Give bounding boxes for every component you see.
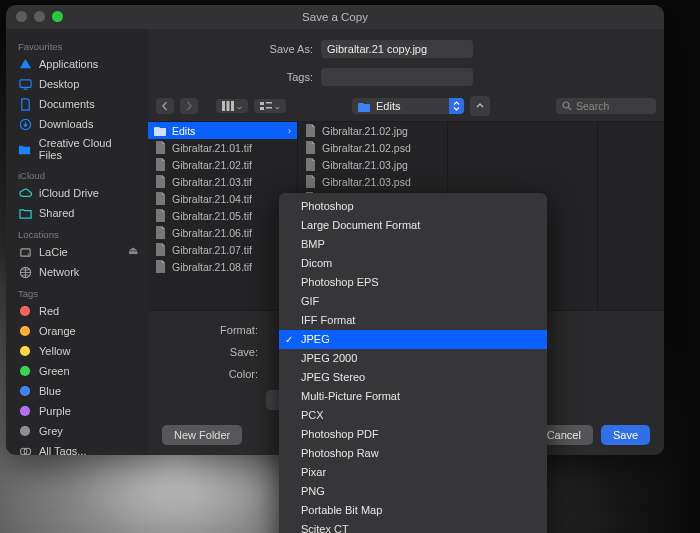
sidebar-section-header: Locations: [6, 223, 148, 242]
path-popup[interactable]: Edits: [352, 98, 464, 114]
sidebar-item[interactable]: Purple: [6, 401, 148, 421]
format-menu-item[interactable]: JPEG Stereo: [279, 368, 547, 387]
file-row[interactable]: Gibraltar.21.02.jpg: [298, 122, 447, 139]
sidebar-item[interactable]: Desktop: [6, 74, 148, 94]
format-menu-item[interactable]: BMP: [279, 235, 547, 254]
format-menu-item[interactable]: Scitex CT: [279, 520, 547, 533]
sidebar-item[interactable]: iCloud Drive: [6, 183, 148, 203]
format-menu-item[interactable]: IFF Format: [279, 311, 547, 330]
format-menu-item[interactable]: PCX: [279, 406, 547, 425]
forward-button[interactable]: [180, 98, 198, 114]
svg-rect-2: [20, 248, 29, 255]
format-menu-item[interactable]: Portable Bit Map: [279, 501, 547, 520]
sidebar-item[interactable]: Network: [6, 262, 148, 282]
folder-icon: [18, 142, 32, 156]
tag-color-dot: [18, 424, 32, 438]
format-menu-item[interactable]: GIF: [279, 292, 547, 311]
group-button[interactable]: ⌵: [254, 99, 286, 113]
file-icon: [154, 175, 167, 188]
save-button[interactable]: Save: [601, 425, 650, 445]
view-mode-button[interactable]: ⌵: [216, 99, 248, 113]
sidebar-item-label: Red: [39, 305, 59, 317]
sidebar-item[interactable]: Downloads: [6, 114, 148, 134]
search-field[interactable]: Search: [556, 98, 656, 114]
sidebar-item[interactable]: Orange: [6, 321, 148, 341]
sidebar-item[interactable]: All Tags...: [6, 441, 148, 455]
file-row[interactable]: Gibraltar.21.05.tif: [148, 207, 297, 224]
format-menu-item[interactable]: Pixar: [279, 463, 547, 482]
save-as-input[interactable]: [321, 40, 473, 58]
eject-icon[interactable]: ⏏: [128, 244, 138, 257]
sidebar-item-label: Desktop: [39, 78, 79, 90]
format-menu-item[interactable]: Photoshop EPS: [279, 273, 547, 292]
menu-item-label: GIF: [301, 295, 319, 307]
tag-color-dot: [18, 384, 32, 398]
svg-rect-11: [260, 107, 264, 110]
menu-item-label: Photoshop PDF: [301, 428, 379, 440]
sidebar-item-label: Orange: [39, 325, 76, 337]
format-menu-item[interactable]: JPEG 2000: [279, 349, 547, 368]
color-options-label: Color:: [158, 368, 258, 380]
file-row[interactable]: Gibraltar.21.08.tif: [148, 258, 297, 275]
file-row[interactable]: Gibraltar.21.02.psd: [298, 139, 447, 156]
close-window-button[interactable]: [16, 11, 27, 22]
minimize-window-button[interactable]: [34, 11, 45, 22]
menu-item-label: JPEG 2000: [301, 352, 357, 364]
up-folder-button[interactable]: [470, 96, 490, 116]
sidebar-item[interactable]: Grey: [6, 421, 148, 441]
format-menu-item[interactable]: Large Document Format: [279, 216, 547, 235]
file-row[interactable]: Gibraltar.21.01.tif: [148, 139, 297, 156]
svg-rect-7: [222, 101, 225, 111]
back-button[interactable]: [156, 98, 174, 114]
file-row[interactable]: Edits›: [148, 122, 297, 139]
desktop-icon: [18, 77, 32, 91]
sidebar-item[interactable]: Applications: [6, 54, 148, 74]
tag-color-dot: [18, 344, 32, 358]
sidebar-item[interactable]: Yellow: [6, 341, 148, 361]
sidebar-item[interactable]: Red: [6, 301, 148, 321]
new-folder-button[interactable]: New Folder: [162, 425, 242, 445]
file-row[interactable]: Gibraltar.21.04.tif: [148, 190, 297, 207]
file-name: Gibraltar.21.06.tif: [172, 227, 252, 239]
file-name: Edits: [172, 125, 195, 137]
tag-color-dot: [18, 324, 32, 338]
column-1: Edits›Gibraltar.21.01.tifGibraltar.21.02…: [148, 122, 298, 310]
menu-item-label: Dicom: [301, 257, 332, 269]
svg-rect-8: [227, 101, 230, 111]
checkmark-icon: ✓: [285, 332, 293, 347]
sidebar-item[interactable]: Shared: [6, 203, 148, 223]
sidebar-item[interactable]: Documents: [6, 94, 148, 114]
format-menu-item[interactable]: Photoshop: [279, 197, 547, 216]
file-name: Gibraltar.21.02.tif: [172, 159, 252, 171]
sidebar-item[interactable]: Green: [6, 361, 148, 381]
file-row[interactable]: Gibraltar.21.03.psd: [298, 173, 447, 190]
format-menu-item[interactable]: ✓JPEG: [279, 330, 547, 349]
file-row[interactable]: Gibraltar.21.03.jpg: [298, 156, 447, 173]
format-menu-item[interactable]: PNG: [279, 482, 547, 501]
file-row[interactable]: Gibraltar.21.06.tif: [148, 224, 297, 241]
file-row[interactable]: Gibraltar.21.07.tif: [148, 241, 297, 258]
file-row[interactable]: Gibraltar.21.02.tif: [148, 156, 297, 173]
format-dropdown-menu: PhotoshopLarge Document FormatBMPDicomPh…: [279, 193, 547, 533]
up-down-stepper-icon: [449, 98, 464, 114]
format-menu-item[interactable]: Multi-Picture Format: [279, 387, 547, 406]
file-icon: [304, 175, 317, 188]
sidebar-item[interactable]: Creative Cloud Files: [6, 134, 148, 164]
save-as-label: Save As:: [148, 43, 313, 55]
file-icon: [304, 124, 317, 137]
path-label: Edits: [376, 100, 400, 112]
sidebar-item[interactable]: Blue: [6, 381, 148, 401]
file-name: Gibraltar.21.03.tif: [172, 176, 252, 188]
search-placeholder: Search: [576, 100, 609, 112]
browser-toolbar: ⌵ ⌵ Edits Search: [148, 91, 664, 121]
file-icon: [304, 158, 317, 171]
sidebar-item-label: Downloads: [39, 118, 93, 130]
format-menu-item[interactable]: Photoshop Raw: [279, 444, 547, 463]
tags-input[interactable]: [321, 68, 473, 86]
file-row[interactable]: Gibraltar.21.03.tif: [148, 173, 297, 190]
format-menu-item[interactable]: Dicom: [279, 254, 547, 273]
file-icon: [154, 209, 167, 222]
sidebar-item[interactable]: LaCie⏏: [6, 242, 148, 262]
zoom-window-button[interactable]: [52, 11, 63, 22]
format-menu-item[interactable]: Photoshop PDF: [279, 425, 547, 444]
